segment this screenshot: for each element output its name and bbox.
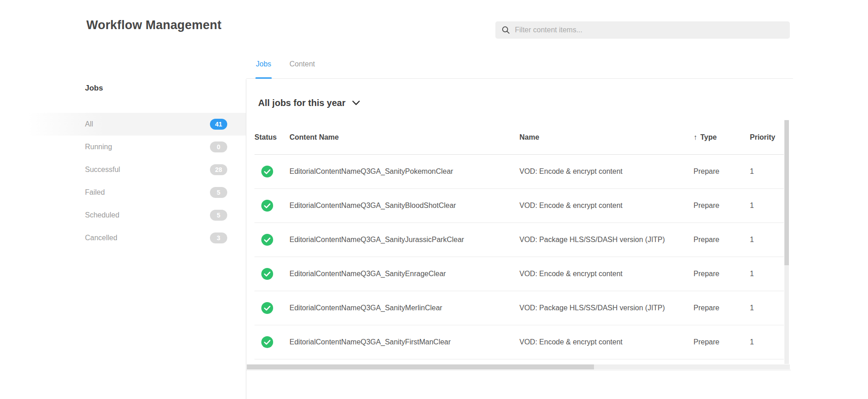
sidebar-item-label: Failed [85, 188, 105, 197]
content-name-cell: EditorialContentNameQ3GA_SanityPokemonCl… [289, 167, 519, 176]
priority-cell: 1 [748, 270, 784, 278]
status-cell [254, 200, 289, 212]
status-cell [254, 234, 289, 246]
status-cell [254, 268, 289, 280]
status-cell [254, 336, 289, 348]
vertical-scrollbar-thumb[interactable] [784, 120, 789, 265]
column-header-priority[interactable]: Priority [748, 133, 784, 141]
type-cell: Prepare [693, 236, 748, 244]
job-name-cell: VOD: Package HLS/SS/DASH version (JITP) [519, 236, 693, 244]
type-cell: Prepare [693, 304, 748, 312]
sidebar-heading: Jobs [85, 84, 103, 93]
type-cell: Prepare [693, 167, 748, 176]
priority-cell: 1 [748, 167, 784, 176]
jobs-table: Status Content Name Name ↑ Type Priority… [254, 120, 784, 359]
horizontal-scrollbar-thumb[interactable] [247, 364, 594, 369]
tab-jobs[interactable]: Jobs [256, 60, 271, 68]
chevron-down-icon [352, 101, 360, 106]
tab-content[interactable]: Content [289, 60, 315, 68]
job-name-cell: VOD: Encode & encrypt content [519, 338, 693, 346]
sidebar-filter-list: All 41 Running 0 Successful 28 Failed 5 … [0, 113, 246, 249]
sidebar-item-successful[interactable]: Successful 28 [0, 158, 246, 181]
table-row[interactable]: EditorialContentNameQ3GA_SanityMerlinCle… [254, 291, 784, 325]
sidebar-item-count-badge: 28 [210, 164, 227, 175]
status-cell [254, 302, 289, 314]
success-check-icon [261, 302, 273, 314]
content-name-cell: EditorialContentNameQ3GA_SanityJurassicP… [289, 236, 519, 244]
table-row[interactable]: EditorialContentNameQ3GA_SanityBloodShot… [254, 189, 784, 223]
table-row[interactable]: EditorialContentNameQ3GA_SanityFirstManC… [254, 325, 784, 359]
column-header-name[interactable]: Name [519, 133, 693, 141]
success-check-icon [261, 268, 273, 280]
sidebar-item-label: All [85, 120, 93, 128]
content-name-cell: EditorialContentNameQ3GA_SanityFirstManC… [289, 338, 519, 346]
column-header-type[interactable]: ↑ Type [693, 133, 748, 141]
sidebar-item-cancelled[interactable]: Cancelled 3 [0, 227, 246, 249]
column-header-content-name[interactable]: Content Name [289, 133, 519, 141]
type-cell: Prepare [693, 202, 748, 210]
column-header-type-label: Type [700, 133, 717, 141]
sidebar-item-count-badge: 0 [210, 141, 227, 152]
job-name-cell: VOD: Encode & encrypt content [519, 202, 693, 210]
horizontal-scrollbar[interactable] [247, 364, 790, 369]
sidebar-item-failed[interactable]: Failed 5 [0, 181, 246, 204]
vertical-scrollbar[interactable] [784, 120, 789, 364]
sidebar-item-count-badge: 41 [210, 119, 227, 130]
tabs-bottom-border [246, 78, 793, 79]
sidebar-item-running[interactable]: Running 0 [0, 136, 246, 158]
content-name-cell: EditorialContentNameQ3GA_SanityMerlinCle… [289, 304, 519, 312]
priority-cell: 1 [748, 202, 784, 210]
jobs-table-header-row: Status Content Name Name ↑ Type Priority [254, 120, 784, 155]
sidebar-item-count-badge: 5 [210, 187, 227, 198]
table-row[interactable]: EditorialContentNameQ3GA_SanityJurassicP… [254, 223, 784, 257]
status-cell [254, 166, 289, 177]
sidebar-divider [246, 79, 246, 399]
success-check-icon [261, 166, 273, 177]
search-input[interactable] [515, 26, 783, 34]
table-row[interactable]: EditorialContentNameQ3GA_SanityEnrageCle… [254, 257, 784, 291]
jobs-filter-dropdown[interactable]: All jobs for this year [258, 98, 360, 108]
priority-cell: 1 [748, 338, 784, 346]
success-check-icon [261, 336, 273, 348]
job-name-cell: VOD: Package HLS/SS/DASH version (JITP) [519, 304, 693, 312]
sidebar-item-count-badge: 5 [210, 210, 227, 221]
priority-cell: 1 [748, 236, 784, 244]
workflow-management-page: Workflow Management Jobs Content Jobs Al… [0, 0, 868, 399]
table-bottom-border [246, 370, 791, 370]
search-box[interactable] [495, 21, 790, 39]
jobs-filter-label: All jobs for this year [258, 98, 345, 108]
content-name-cell: EditorialContentNameQ3GA_SanityEnrageCle… [289, 270, 519, 278]
priority-cell: 1 [748, 304, 784, 312]
sidebar-item-label: Successful [85, 166, 120, 174]
sidebar-item-label: Scheduled [85, 211, 120, 219]
sidebar-item-count-badge: 3 [210, 232, 227, 243]
type-cell: Prepare [693, 338, 748, 346]
success-check-icon [261, 200, 273, 212]
sidebar-item-label: Running [85, 143, 112, 151]
type-cell: Prepare [693, 270, 748, 278]
content-name-cell: EditorialContentNameQ3GA_SanityBloodShot… [289, 202, 519, 210]
jobs-table-body: EditorialContentNameQ3GA_SanityPokemonCl… [254, 155, 784, 359]
table-row[interactable]: EditorialContentNameQ3GA_SanityPokemonCl… [254, 155, 784, 189]
job-name-cell: VOD: Encode & encrypt content [519, 270, 693, 278]
page-title: Workflow Management [86, 18, 221, 32]
column-header-status[interactable]: Status [254, 133, 289, 141]
sidebar-item-scheduled[interactable]: Scheduled 5 [0, 204, 246, 227]
active-tab-underline [255, 77, 272, 79]
sort-ascending-icon: ↑ [693, 133, 697, 141]
sidebar-item-label: Cancelled [85, 234, 117, 242]
search-icon [502, 26, 510, 34]
sidebar-item-all[interactable]: All 41 [0, 113, 246, 136]
success-check-icon [261, 234, 273, 246]
job-name-cell: VOD: Encode & encrypt content [519, 167, 693, 176]
